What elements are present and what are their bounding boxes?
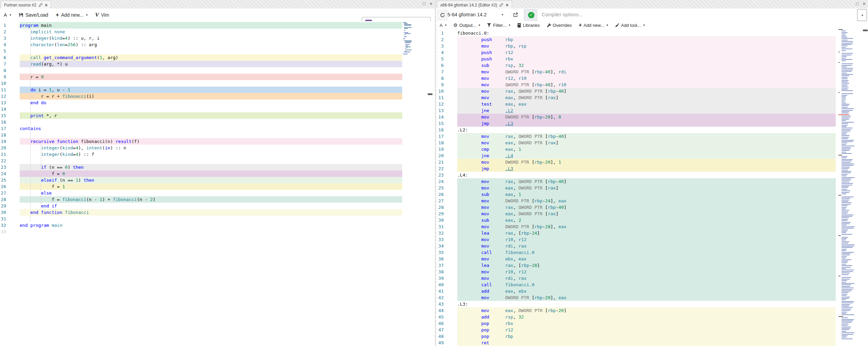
libraries-button[interactable]: Libraries — [514, 21, 543, 29]
code-line[interactable]: jmp .L3 — [457, 120, 836, 127]
code-line[interactable]: mov rax, QWORD PTR [rbp-40] — [457, 133, 836, 140]
close-tab-icon[interactable]: × — [45, 3, 48, 7]
line-number[interactable]: 27 — [436, 198, 444, 204]
code-line[interactable]: push r12 — [457, 49, 836, 56]
line-number[interactable]: 4 — [0, 41, 6, 48]
code-line[interactable] — [20, 158, 402, 164]
code-line[interactable]: f = 0 — [20, 170, 402, 177]
code-line[interactable]: .L4: — [457, 172, 836, 178]
line-number[interactable]: 26 — [436, 191, 444, 198]
line-number[interactable]: 16 — [436, 127, 444, 133]
code-line[interactable]: jne .L2 — [457, 107, 836, 114]
code-line[interactable]: fibonacci.0: — [457, 30, 836, 36]
code-line[interactable]: .L2: — [457, 127, 836, 133]
output-button[interactable]: ⚙ Output...▾ — [450, 21, 483, 29]
code-line[interactable]: mov r12, r10 — [457, 75, 836, 81]
close-pane-icon[interactable]: × — [429, 1, 432, 6]
line-number[interactable]: 27 — [0, 190, 6, 196]
code-line[interactable]: print *, r — [20, 112, 402, 119]
code-line[interactable]: push rbx — [457, 56, 836, 62]
line-number[interactable]: 9 — [436, 81, 444, 88]
line-number[interactable]: 33 — [436, 236, 444, 243]
line-number[interactable]: 2 — [436, 36, 444, 43]
code-line[interactable]: call fibonacci.0 — [457, 249, 836, 256]
line-number[interactable]: 28 — [0, 196, 6, 203]
code-line[interactable]: mov DWORD PTR [rbp-24], eax — [457, 198, 836, 204]
font-size-button[interactable]: A▾ — [436, 21, 450, 29]
line-number[interactable]: 10 — [0, 80, 6, 87]
line-number[interactable]: 28 — [436, 204, 444, 211]
overrides-button[interactable]: Overrides — [543, 21, 575, 29]
code-line[interactable]: push rbp — [457, 36, 836, 43]
line-number[interactable]: 33 — [0, 229, 6, 235]
rename-pencil-icon[interactable] — [39, 3, 42, 7]
tab-fortran-source[interactable]: Fortran source #2 × — [1, 1, 51, 9]
line-number[interactable]: 13 — [0, 99, 6, 106]
code-line[interactable]: jne .L4 — [457, 152, 836, 159]
code-line[interactable]: call fibonacci.0 — [457, 281, 836, 288]
code-line[interactable]: mov r10, r12 — [457, 269, 836, 275]
code-line[interactable]: f = 1 — [20, 183, 402, 190]
font-size-button[interactable]: A▾ — [0, 8, 15, 21]
code-line[interactable] — [20, 48, 402, 54]
line-number[interactable]: 3 — [0, 35, 6, 41]
line-number[interactable]: 23 — [0, 164, 6, 170]
code-line[interactable]: contains — [20, 125, 402, 132]
line-number[interactable]: 1 — [0, 22, 6, 29]
line-number[interactable]: 14 — [0, 106, 6, 112]
filter-button[interactable]: Filter...▾ — [483, 21, 514, 29]
vim-toggle-button[interactable]: V Vim — [91, 8, 113, 21]
line-number[interactable]: 19 — [0, 138, 6, 145]
line-number[interactable]: 31 — [436, 223, 444, 230]
line-number[interactable]: 26 — [0, 183, 6, 190]
tab-compiler-output[interactable]: x86-64 gfortran 14.2 (Editor #2) × — [437, 1, 512, 9]
code-line[interactable]: end if — [20, 203, 402, 209]
code-line[interactable]: integer(kind=4) :: f — [20, 151, 402, 158]
code-line[interactable] — [20, 67, 402, 74]
line-number[interactable]: 8 — [436, 75, 444, 81]
code-line[interactable] — [20, 229, 402, 235]
code-line[interactable]: jmp .L3 — [457, 165, 836, 172]
line-number[interactable]: 32 — [0, 222, 6, 229]
close-pane-icon[interactable]: × — [863, 1, 866, 6]
line-number[interactable]: 15 — [436, 120, 444, 127]
line-number[interactable]: 7 — [436, 69, 444, 75]
code-line[interactable]: integer(kind=4) :: u, r, i — [20, 35, 402, 41]
line-number[interactable]: 31 — [0, 216, 6, 222]
code-line[interactable]: mov QWORD PTR [rbp-40], rdi — [457, 69, 836, 75]
code-line[interactable]: test eax, eax — [457, 101, 836, 107]
close-tab-icon[interactable]: × — [506, 3, 508, 7]
line-number[interactable]: 49 — [436, 340, 444, 346]
line-number[interactable]: 45 — [436, 314, 444, 320]
line-number[interactable]: 19 — [436, 146, 444, 152]
code-line[interactable]: pop rbp — [457, 333, 836, 340]
code-line[interactable]: read(arg, *) u — [20, 61, 402, 67]
compiler-options-input[interactable] — [538, 9, 858, 20]
minimap[interactable] — [838, 29, 857, 346]
add-tool-button[interactable]: Add tool...▾ — [612, 21, 648, 29]
overview-ruler-marker[interactable] — [428, 93, 432, 95]
minimap[interactable] — [403, 22, 412, 345]
line-number[interactable]: 46 — [436, 320, 444, 327]
line-number[interactable]: 15 — [0, 112, 6, 119]
line-number[interactable]: 3 — [436, 43, 444, 49]
add-new-button[interactable]: + Add new...▾ — [52, 8, 91, 21]
maximize-pane-icon[interactable]: □ — [856, 1, 858, 6]
line-number[interactable]: 30 — [436, 217, 444, 223]
code-line[interactable]: sub eax, 1 — [457, 191, 836, 198]
assembly-code-content[interactable]: fibonacci.0: push rbp mov rbp, rsp push … — [457, 30, 836, 346]
code-line[interactable]: end function fibonacci — [20, 209, 402, 216]
line-number[interactable]: 22 — [0, 158, 6, 164]
line-number[interactable]: 25 — [0, 177, 6, 183]
source-line-numbers[interactable]: 1234567891011121314151617181920212223242… — [0, 22, 6, 235]
line-number[interactable]: 35 — [436, 249, 444, 256]
code-line[interactable] — [20, 132, 402, 138]
code-line[interactable] — [20, 216, 402, 222]
add-new-button[interactable]: + Add new...▾ — [575, 21, 612, 29]
code-line[interactable]: add rsp, 32 — [457, 314, 836, 320]
line-number[interactable]: 34 — [436, 243, 444, 249]
source-code-content[interactable]: program main implicit none integer(kind=… — [20, 22, 402, 235]
line-number[interactable]: 21 — [436, 159, 444, 165]
code-line[interactable]: lea rax, [rbp-24] — [457, 230, 836, 236]
code-line[interactable] — [20, 106, 402, 112]
